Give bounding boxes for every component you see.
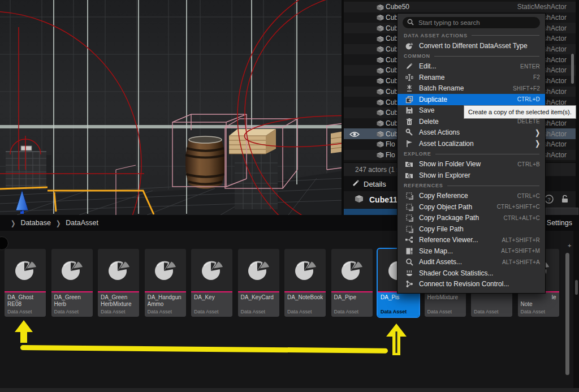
menu-item-show-in-folder-view[interactable]: Show in Folder ViewCTRL+B <box>397 159 545 170</box>
actor-name: Cub <box>386 66 398 74</box>
asset-name-line1: DA_Handgun <box>148 294 183 301</box>
asset-name-line1: DA_NoteBook <box>287 294 323 301</box>
menu-item-audit-assets[interactable]: Audit Assets...ALT+SHIFT+A <box>397 257 545 268</box>
asset-tile[interactable]: DA_GreenHerbData Asset <box>51 249 93 317</box>
asset-name-line1: DA_Key <box>194 294 230 301</box>
context-menu: DATA ASSET ACTIONSConvert to Different D… <box>397 13 546 294</box>
menu-item-copy-package-path[interactable]: Copy Package PathCTRL+ALT+C <box>397 213 545 224</box>
asset-name-line1: DA_Ghost <box>7 294 43 301</box>
partial-circle-button[interactable] <box>0 236 8 250</box>
actor-name: Cub <box>386 109 398 117</box>
asset-tile[interactable]: DA_KeyData Asset <box>191 249 232 317</box>
outliner-row[interactable]: Cube50StaticMeshActor <box>344 2 576 12</box>
menu-item-label: Copy File Path <box>419 225 540 233</box>
actor-name: Cube50 <box>386 3 409 11</box>
barrel[interactable] <box>185 136 225 189</box>
folder-search-icon <box>405 160 413 168</box>
settings-button[interactable]: Settings <box>547 215 572 231</box>
copy-path-icon <box>405 214 413 222</box>
data-asset-pie-icon <box>245 256 271 285</box>
asset-name-line1: DA_Green <box>54 294 90 301</box>
asset-type-label: Data Asset <box>241 309 266 315</box>
menu-item-shortcut: ALT+SHIFT+R <box>502 237 540 243</box>
menu-search-box[interactable] <box>403 17 540 28</box>
menu-item-reference-viewer[interactable]: Reference Viewer...ALT+SHIFT+R <box>397 235 545 246</box>
menu-item-batch-rename[interactable]: Batch RenameSHIFT+F2 <box>397 83 545 94</box>
actor-name: Cub <box>386 119 398 127</box>
menu-item-copy-file-path[interactable]: Copy File Path <box>397 223 545 235</box>
asset-tile[interactable]: DA_PipeData Asset <box>331 249 373 317</box>
menu-item-label: Audit Assets... <box>419 258 502 266</box>
asset-name-line2: Ammo <box>148 301 183 308</box>
content-browser-scrollbar[interactable] <box>565 253 569 375</box>
menu-item-shader-cook-statistics[interactable]: Shader Cook Statistics... <box>397 268 545 279</box>
menu-item-duplicate[interactable]: DuplicateCTRL+D <box>397 94 545 105</box>
duplicate-icon <box>405 96 413 104</box>
actor-name: Flo <box>386 151 395 159</box>
menu-item-size-map[interactable]: Size Map...ALT+SHIFT+M <box>397 245 545 257</box>
menu-item-shortcut: DELETE <box>517 118 540 124</box>
breadcrumb-item-dataasset[interactable]: DataAsset <box>66 219 98 227</box>
revision-icon <box>405 280 413 288</box>
asset-tile[interactable]: DA_HandgunAmmoData Asset <box>145 249 186 317</box>
menu-item-edit[interactable]: Edit...ENTER <box>397 61 545 72</box>
menu-item-label: Rename <box>419 74 533 81</box>
actor-name: Cub <box>386 77 398 85</box>
menu-item-connect-to-revision-control[interactable]: Connect to Revision Control... <box>397 279 545 290</box>
actor-name: Flo <box>386 140 395 148</box>
details-tab-label: Details <box>364 180 386 188</box>
asset-tile[interactable]: DA_GreenHerbMixtureData Asset <box>98 249 139 317</box>
viewport-3d[interactable] <box>0 0 344 215</box>
menu-section-header: COMMON <box>397 51 545 61</box>
menu-item-asset-localization[interactable]: Asset Localization❯ <box>397 138 545 149</box>
asset-name-line2: RE08 <box>7 301 43 308</box>
help-icon[interactable]: ? <box>545 195 554 206</box>
asset-name-line2: HerbMixture <box>427 294 463 301</box>
menu-item-shortcut: ALT+SHIFT+A <box>502 259 540 265</box>
side-scroll-thumb[interactable] <box>575 280 578 295</box>
menu-item-label: Copy Package Path <box>419 214 503 222</box>
save-icon <box>405 106 413 114</box>
static-mesh-icon <box>376 151 384 161</box>
submenu-arrow-icon: ❯ <box>535 140 540 148</box>
copy-path-icon <box>405 192 413 200</box>
pencil-icon <box>405 62 413 70</box>
actor-name: Cub <box>386 88 398 96</box>
actor-type: StaticMeshActor <box>517 3 567 11</box>
menu-search-input[interactable] <box>417 19 533 27</box>
menu-section-header: DATA ASSET ACTIONS <box>397 31 545 40</box>
trash-icon <box>405 118 413 126</box>
submenu-arrow-icon: ❯ <box>535 128 540 136</box>
menu-item-copy-reference[interactable]: Copy ReferenceCTRL+C <box>397 191 545 202</box>
wooden-crate[interactable] <box>229 129 276 154</box>
menu-item-show-in-explorer[interactable]: Show in Explorer <box>397 170 545 181</box>
menu-item-asset-actions[interactable]: Asset Actions❯ <box>397 127 545 139</box>
menu-section-header: EXPLORE <box>397 149 545 159</box>
asset-tile[interactable]: DA_NoteBookData Asset <box>284 249 326 317</box>
panel-edge <box>573 231 579 388</box>
menu-item-label: Reference Viewer... <box>419 236 502 244</box>
chevron-right-icon: ❯ <box>11 219 15 227</box>
breadcrumb-item-database[interactable]: Database <box>20 219 51 227</box>
actor-name: Cub <box>386 98 398 106</box>
actor-name: Cub <box>386 56 398 64</box>
menu-item-shortcut: CTRL+D <box>517 96 540 102</box>
actor-name: Cub <box>386 14 398 21</box>
menu-item-label: Duplicate <box>419 96 517 104</box>
asset-tile[interactable]: DA_KeyCardData Asset <box>238 249 279 317</box>
menu-item-copy-object-path[interactable]: Copy Object PathCTRL+SHIFT+C <box>397 201 545 213</box>
flag-icon <box>405 140 413 148</box>
asset-name-line2: Note <box>521 301 556 308</box>
actor-name: Cub <box>386 24 398 32</box>
asset-tile[interactable]: DA_GhostRE08Data Asset <box>5 249 46 317</box>
menu-item-convert-to-different-dataasset-type[interactable]: Convert to Different DataAsset Type <box>397 40 545 51</box>
outliner-scrollbar[interactable] <box>571 54 574 84</box>
asset-type-label: Data Asset <box>334 309 359 315</box>
splitter-glyph: + <box>568 242 571 249</box>
data-asset-pie-icon <box>59 256 85 285</box>
lock-open-icon[interactable] <box>560 195 569 206</box>
audit-icon <box>405 258 413 266</box>
asset-name-line2: Herb <box>54 301 90 308</box>
menu-item-rename[interactable]: RenameF2 <box>397 72 545 83</box>
menu-section-header: REFERENCES <box>397 181 545 191</box>
